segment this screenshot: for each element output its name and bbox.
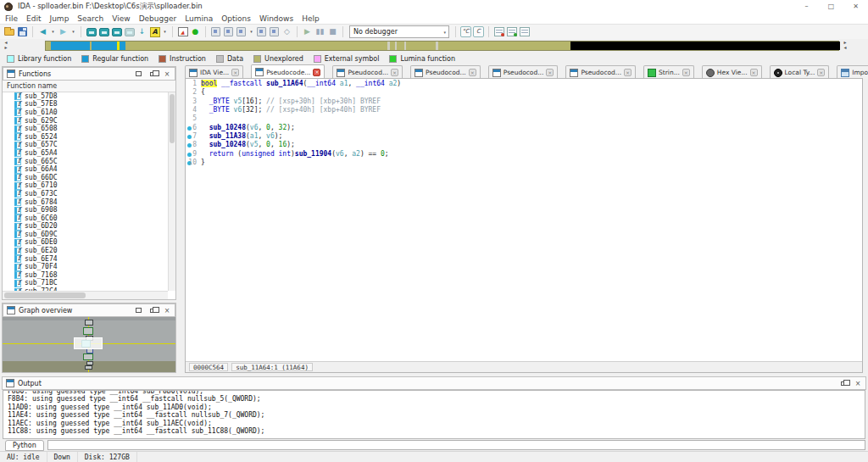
tab-localty[interactable]: Local Ty...×: [770, 65, 830, 79]
open-subview-2-icon[interactable]: [98, 26, 109, 38]
nav-back-caret-icon[interactable]: ▾: [50, 26, 56, 38]
tab-pseudocod[interactable]: Pseudocod...×: [565, 65, 636, 79]
function-list-item[interactable]: sub_57E8: [3, 101, 168, 109]
pause-process-icon[interactable]: ▮▮: [314, 26, 326, 38]
start-process-icon[interactable]: ▶: [302, 26, 313, 38]
debug-windows-caret-icon[interactable]: ▾: [248, 26, 254, 38]
panel-float-icon[interactable]: [839, 379, 848, 387]
menu-item-windows[interactable]: Windows: [259, 14, 301, 23]
graph-overview-canvas[interactable]: [3, 317, 175, 372]
debug-windows-4-icon[interactable]: [256, 26, 267, 38]
open-subview-1-icon[interactable]: [86, 26, 97, 38]
function-list-item[interactable]: sub_71BC: [3, 280, 168, 288]
text-view-icon[interactable]: A: [149, 26, 160, 38]
function-list-item[interactable]: sub_6524: [3, 133, 168, 142]
nav-back-icon[interactable]: ◀: [37, 26, 48, 38]
menu-item-jump[interactable]: Jump: [50, 14, 77, 23]
menu-item-file[interactable]: File: [5, 14, 25, 23]
tab-idavie[interactable]: IDA Vie...×: [185, 65, 243, 79]
python-tab[interactable]: Python: [5, 440, 44, 451]
nav-forward-icon[interactable]: ▶: [58, 26, 69, 38]
menu-item-options[interactable]: Options: [221, 14, 259, 23]
tab-strin[interactable]: Strin...×: [643, 65, 694, 79]
function-list-item[interactable]: sub_657C: [3, 142, 168, 150]
function-list-item[interactable]: sub_6D20: [3, 223, 168, 231]
function-list-item[interactable]: sub_6508: [3, 125, 168, 133]
tab-close-icon[interactable]: ×: [817, 69, 825, 76]
debug-windows-5-icon[interactable]: [269, 26, 280, 38]
panel-close-icon[interactable]: ×: [854, 379, 862, 387]
debug-diamond-icon[interactable]: ◇: [281, 26, 292, 38]
tab-pseudocod[interactable]: Pseudocod...×: [332, 65, 403, 79]
function-list-item[interactable]: sub_65A4: [3, 149, 168, 158]
open-subview-3-icon[interactable]: [111, 26, 122, 38]
tab-close-icon[interactable]: ×: [469, 69, 476, 76]
tab-close-icon[interactable]: ×: [231, 69, 239, 76]
navband-right-arrows[interactable]: ▸ ◂: [842, 40, 849, 50]
debugger-select[interactable]: No debugger▾: [349, 25, 449, 38]
menu-item-view[interactable]: View: [112, 14, 137, 23]
function-list-item[interactable]: sub_6D9C: [3, 231, 168, 239]
function-list-item[interactable]: sub_629C: [3, 117, 168, 125]
flow-chart-icon[interactable]: ▲: [177, 26, 188, 38]
panel-maximize-icon[interactable]: [134, 306, 142, 314]
function-list-item[interactable]: sub_6E20: [3, 247, 168, 255]
graph-viewport-rect[interactable]: [74, 337, 103, 349]
navband-arrow-right-icon[interactable]: ▸: [4, 45, 7, 50]
jump-address-icon[interactable]: ↓: [136, 26, 147, 38]
open-file-icon[interactable]: [3, 26, 15, 38]
functions-vertical-scrollbar[interactable]: [168, 92, 175, 291]
menu-item-lumina[interactable]: Lumina: [185, 14, 220, 23]
function-list-item[interactable]: sub_6C60: [3, 214, 168, 223]
tab-pseudocod[interactable]: Pseudocod...×: [410, 65, 481, 79]
function-list-item[interactable]: sub_6710: [3, 182, 168, 191]
tab-close-icon[interactable]: ×: [313, 69, 320, 76]
stop-process-icon[interactable]: ■: [327, 26, 338, 38]
function-list-item[interactable]: sub_665C: [3, 158, 168, 166]
text-view-caret-icon[interactable]: ▾: [162, 26, 168, 38]
menu-item-edit[interactable]: Edit: [26, 14, 48, 23]
save-file-icon[interactable]: [17, 26, 28, 38]
menu-item-debugger[interactable]: Debugger: [139, 14, 185, 23]
minimize-button[interactable]: –: [794, 0, 819, 13]
python-input[interactable]: [47, 440, 865, 450]
debug-windows-1-icon[interactable]: [210, 26, 221, 38]
panel-close-icon[interactable]: ×: [163, 70, 171, 78]
function-list-item[interactable]: sub_673C: [3, 190, 168, 198]
struct-view-1-icon[interactable]: [493, 26, 504, 38]
functions-horizontal-scrollbar[interactable]: [3, 291, 168, 299]
quick-c-icon[interactable]: °C: [460, 26, 471, 38]
tab-close-icon[interactable]: ×: [682, 69, 690, 76]
panel-float-icon[interactable]: [148, 306, 157, 314]
tab-pseudocode[interactable]: Pseudocode...×: [251, 64, 325, 79]
struct-view-2-icon[interactable]: [506, 26, 517, 38]
tab-close-icon[interactable]: ×: [750, 69, 758, 76]
tab-close-icon[interactable]: ×: [624, 69, 632, 76]
pseudocode-text[interactable]: 1bool __fastcall sub_11A64(__int64 a1, _…: [186, 80, 862, 361]
close-button[interactable]: ✕: [843, 0, 868, 13]
navigation-band[interactable]: [45, 41, 839, 51]
produce-c-icon[interactable]: C: [473, 26, 484, 38]
tab-impo[interactable]: Impo...×: [837, 65, 868, 79]
lumina-pull-icon[interactable]: ●: [190, 26, 201, 38]
function-list-item[interactable]: sub_7168: [3, 271, 168, 280]
panel-float-icon[interactable]: [148, 70, 157, 78]
open-subview-4-icon[interactable]: [124, 26, 135, 38]
output-log[interactable]: F8B0: using guessed type __int64 sub_F8B…: [3, 390, 865, 439]
function-list-item[interactable]: sub_57D8: [3, 92, 168, 101]
function-list-item[interactable]: sub_66A4: [3, 165, 168, 174]
function-list-item[interactable]: sub_66DC: [3, 174, 168, 182]
struct-view-3-icon[interactable]: [519, 26, 530, 38]
function-list-item[interactable]: sub_6DE0: [3, 239, 168, 248]
navband-arrow-left-icon[interactable]: ◂: [843, 45, 846, 50]
navband-left-arrows[interactable]: ◂ ▸: [3, 40, 9, 50]
menu-item-search[interactable]: Search: [77, 14, 111, 23]
tab-pseudocod[interactable]: Pseudocod...×: [488, 65, 559, 79]
tab-hexvie[interactable]: Hex Vie...×: [702, 65, 762, 79]
tab-close-icon[interactable]: ×: [546, 69, 554, 76]
debug-windows-2-icon[interactable]: [223, 26, 234, 38]
nav-forward-caret-icon[interactable]: ▾: [70, 26, 76, 38]
menu-item-help[interactable]: Help: [302, 14, 327, 23]
function-list-item[interactable]: sub_6784: [3, 198, 168, 207]
function-list-item[interactable]: sub_6E74: [3, 255, 168, 264]
